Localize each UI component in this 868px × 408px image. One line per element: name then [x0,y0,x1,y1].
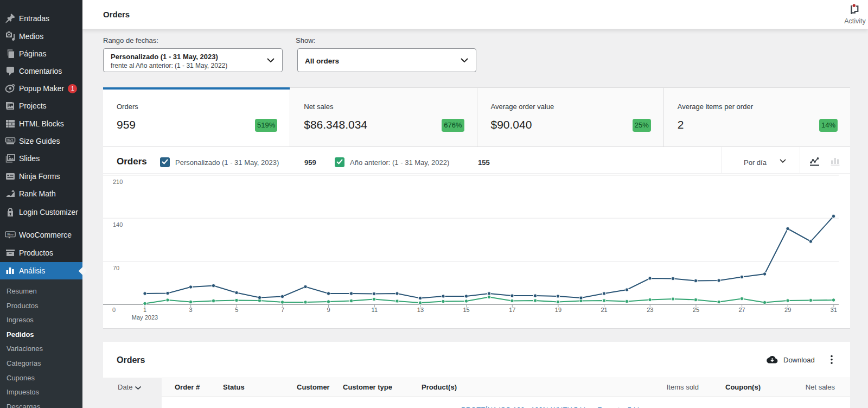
svg-text:25: 25 [693,307,699,313]
svg-text:210: 210 [113,178,123,185]
svg-text:0: 0 [112,307,116,313]
svg-text:13: 13 [417,307,424,313]
svg-text:19: 19 [555,307,561,313]
svg-text:1: 1 [143,307,146,313]
svg-text:11: 11 [372,307,378,313]
svg-text:5: 5 [235,307,238,313]
svg-text:3: 3 [189,307,193,313]
svg-text:70: 70 [113,265,119,271]
svg-text:27: 27 [738,307,745,313]
svg-text:May 2023: May 2023 [132,314,158,321]
svg-text:23: 23 [647,307,653,313]
svg-text:15: 15 [463,307,469,313]
svg-text:9: 9 [327,307,330,313]
svg-text:Woo: Woo [7,233,14,236]
svg-text:7: 7 [281,307,284,313]
svg-text:17: 17 [509,307,515,313]
svg-text:31: 31 [831,307,837,313]
svg-text:29: 29 [784,307,791,313]
svg-text:140: 140 [113,221,123,228]
svg-text:21: 21 [601,307,607,313]
